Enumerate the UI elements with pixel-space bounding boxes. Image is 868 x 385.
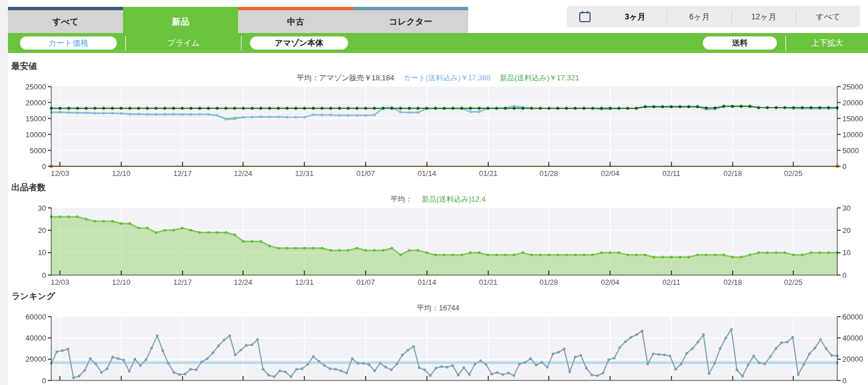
chart-lowest-price: 最安値平均：アマゾン販売￥18,184カート(送料込み)￥17,388新品(送料… bbox=[8, 61, 868, 180]
filter-bar-right: 送料 上下拡大 bbox=[703, 36, 868, 51]
svg-text:12/17: 12/17 bbox=[173, 169, 192, 178]
svg-text:5000: 5000 bbox=[842, 146, 859, 155]
svg-text:01/21: 01/21 bbox=[479, 278, 498, 286]
svg-text:12/03: 12/03 bbox=[51, 169, 69, 178]
top-bar: すべて 新品 中古 コレクター 3ヶ月 6ヶ月 12ヶ月 すべて bbox=[8, 0, 868, 33]
filter-bar-left: カート価格 プライム アマゾン本体 bbox=[8, 36, 361, 51]
svg-text:02/11: 02/11 bbox=[662, 278, 681, 286]
svg-text:0: 0 bbox=[42, 271, 46, 280]
shipping-toggle[interactable]: 送料 bbox=[703, 36, 777, 50]
svg-text:02/04: 02/04 bbox=[601, 278, 620, 286]
svg-text:12/31: 12/31 bbox=[295, 169, 314, 178]
svg-text:02/11: 02/11 bbox=[662, 169, 681, 178]
svg-text:01/07: 01/07 bbox=[357, 169, 375, 178]
time-range-selector: 3ヶ月 6ヶ月 12ヶ月 すべて bbox=[567, 6, 860, 27]
chart-seller-count: 出品者数平均：新品(送料込み)12.40010102020303012/0312… bbox=[8, 182, 868, 289]
tab-collector-label: コレクター bbox=[389, 17, 432, 27]
svg-text:30: 30 bbox=[842, 204, 850, 212]
svg-text:10: 10 bbox=[842, 248, 850, 257]
svg-text:0: 0 bbox=[842, 162, 846, 171]
svg-text:20000: 20000 bbox=[26, 355, 46, 363]
svg-text:15000: 15000 bbox=[26, 114, 46, 123]
average-value: 平均： bbox=[390, 195, 412, 203]
svg-text:0: 0 bbox=[842, 376, 846, 385]
tab-all-label: すべて bbox=[52, 17, 79, 27]
average-value: 平均：アマゾン販売￥18,184 bbox=[297, 73, 394, 82]
svg-text:0: 0 bbox=[42, 162, 46, 171]
tab-new[interactable]: 新品 bbox=[123, 7, 238, 33]
cart-price-toggle[interactable]: カート価格 bbox=[20, 36, 117, 50]
svg-text:15000: 15000 bbox=[842, 114, 863, 123]
svg-text:60000: 60000 bbox=[842, 313, 863, 321]
chart-plot-ranking[interactable]: 0020000200004000040000600006000012/0312/… bbox=[8, 313, 868, 385]
svg-text:30: 30 bbox=[38, 204, 46, 212]
svg-text:0: 0 bbox=[42, 376, 46, 385]
amazon-body-toggle[interactable]: アマゾン本体 bbox=[250, 36, 348, 50]
tab-used-label: 中古 bbox=[287, 17, 304, 27]
range-3-months[interactable]: 3ヶ月 bbox=[603, 10, 667, 23]
svg-text:20: 20 bbox=[38, 226, 46, 235]
svg-text:12/31: 12/31 bbox=[295, 278, 314, 286]
svg-text:01/07: 01/07 bbox=[357, 278, 375, 286]
svg-text:01/21: 01/21 bbox=[479, 169, 498, 178]
chart-title-lowest-price: 最安値 bbox=[11, 61, 868, 72]
tab-all[interactable]: すべて bbox=[8, 7, 123, 33]
svg-text:10000: 10000 bbox=[26, 130, 46, 139]
svg-text:02/25: 02/25 bbox=[784, 278, 803, 286]
average-value: 新品(送料込み)12.4 bbox=[421, 195, 485, 203]
svg-text:12/03: 12/03 bbox=[51, 278, 69, 286]
svg-text:02/25: 02/25 bbox=[784, 169, 803, 178]
svg-text:20000: 20000 bbox=[842, 355, 863, 363]
svg-text:01/14: 01/14 bbox=[417, 169, 436, 178]
svg-text:12/10: 12/10 bbox=[112, 278, 131, 286]
svg-text:12/24: 12/24 bbox=[234, 278, 252, 286]
svg-text:20000: 20000 bbox=[842, 99, 863, 107]
divider bbox=[785, 36, 786, 51]
svg-text:02/18: 02/18 bbox=[723, 278, 742, 286]
svg-text:02/18: 02/18 bbox=[723, 169, 742, 178]
svg-text:40000: 40000 bbox=[842, 334, 863, 342]
average-value: 平均：16744 bbox=[416, 304, 459, 312]
svg-text:20: 20 bbox=[842, 226, 850, 235]
svg-text:12/17: 12/17 bbox=[173, 278, 192, 286]
svg-text:40000: 40000 bbox=[26, 334, 46, 342]
range-all[interactable]: すべて bbox=[796, 10, 860, 23]
chart-plot-lowest-price[interactable]: 0050005000100001000015000150002000020000… bbox=[8, 83, 868, 180]
svg-text:12/10: 12/10 bbox=[112, 169, 131, 178]
range-6-months[interactable]: 6ヶ月 bbox=[667, 10, 731, 23]
svg-text:20000: 20000 bbox=[26, 99, 46, 107]
divider bbox=[125, 36, 126, 51]
svg-text:5000: 5000 bbox=[30, 146, 46, 155]
chart-average-seller-count: 平均：新品(送料込み)12.4 bbox=[8, 194, 868, 204]
chart-average-ranking: 平均：16744 bbox=[8, 303, 868, 313]
charts-area: 最安値平均：アマゾン販売￥18,184カート(送料込み)￥17,388新品(送料… bbox=[8, 53, 868, 385]
svg-text:01/28: 01/28 bbox=[539, 278, 558, 286]
svg-text:02/04: 02/04 bbox=[601, 169, 620, 178]
range-12-months[interactable]: 12ヶ月 bbox=[731, 10, 796, 23]
svg-text:0: 0 bbox=[842, 271, 846, 280]
svg-text:25000: 25000 bbox=[842, 83, 863, 91]
filter-bar: カート価格 プライム アマゾン本体 送料 上下拡大 bbox=[8, 33, 868, 53]
average-value: 新品(送料込み)￥17,321 bbox=[499, 73, 579, 82]
svg-text:12/24: 12/24 bbox=[234, 169, 252, 178]
average-value: カート(送料込み)￥17,388 bbox=[403, 73, 490, 82]
condition-tabs: すべて 新品 中古 コレクター bbox=[8, 7, 470, 33]
svg-text:10: 10 bbox=[38, 248, 46, 257]
tab-used[interactable]: 中古 bbox=[238, 7, 353, 33]
calendar-icon[interactable] bbox=[567, 10, 603, 23]
expand-vertical-toggle[interactable]: 上下拡大 bbox=[795, 38, 860, 48]
chart-ranking: ランキング平均：16744002000020000400004000060000… bbox=[8, 291, 868, 385]
svg-text:01/28: 01/28 bbox=[539, 169, 558, 178]
divider bbox=[241, 36, 241, 51]
chart-average-lowest-price: 平均：アマゾン販売￥18,184カート(送料込み)￥17,388新品(送料込み)… bbox=[8, 73, 868, 83]
svg-text:25000: 25000 bbox=[26, 83, 46, 91]
prime-toggle[interactable]: プライム bbox=[134, 38, 232, 48]
chart-plot-seller-count[interactable]: 0010102020303012/0312/1012/1712/2412/310… bbox=[8, 204, 868, 289]
tab-new-label: 新品 bbox=[172, 17, 189, 27]
svg-text:01/14: 01/14 bbox=[417, 278, 436, 286]
chart-title-seller-count: 出品者数 bbox=[11, 182, 868, 193]
tab-collector[interactable]: コレクター bbox=[353, 7, 468, 33]
chart-title-ranking: ランキング bbox=[11, 291, 868, 302]
left-margin-strip bbox=[0, 0, 8, 385]
price-tracker-page: すべて 新品 中古 コレクター 3ヶ月 6ヶ月 12ヶ月 すべて カート価格 プ… bbox=[8, 0, 868, 385]
